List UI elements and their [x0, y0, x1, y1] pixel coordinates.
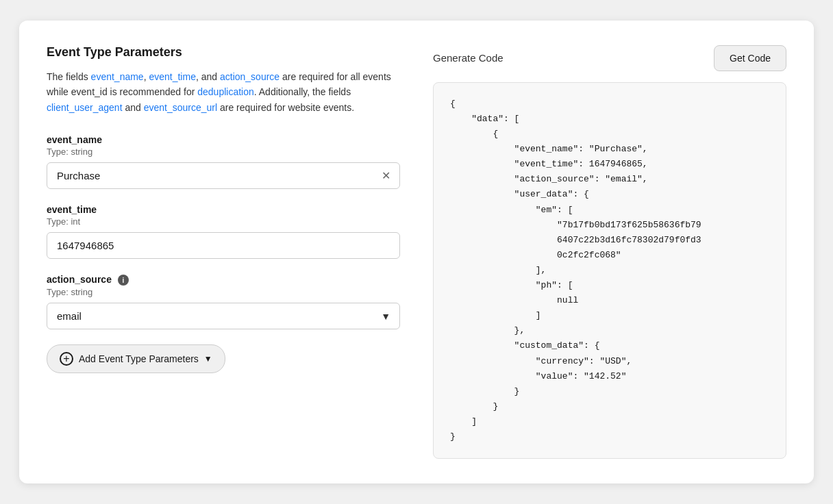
action-source-field: action_source i Type: string email websi…: [47, 274, 400, 329]
event-name-input[interactable]: [47, 162, 400, 189]
event-name-field: event_name Type: string ✕: [47, 134, 400, 189]
action-source-select-wrapper: email website app offline ▼: [47, 303, 400, 329]
dropdown-arrow-icon: ▼: [204, 354, 212, 364]
event-name-clear-button[interactable]: ✕: [380, 168, 392, 184]
deduplication-link[interactable]: deduplication: [197, 86, 254, 97]
get-code-button[interactable]: Get Code: [714, 45, 786, 71]
right-panel: Generate Code Get Code { "data": [ { "ev…: [433, 45, 786, 459]
action-source-label: action_source i: [47, 274, 400, 286]
action-source-info-icon[interactable]: i: [118, 275, 129, 286]
event-time-type: Type: int: [47, 216, 400, 227]
plus-circle-icon: +: [60, 352, 73, 366]
generate-code-label: Generate Code: [433, 52, 503, 64]
code-content: { "data": [ { "event_name": "Purchase", …: [450, 97, 769, 444]
event-time-field: event_time Type: int: [47, 204, 400, 259]
main-card: Event Type Parameters The fields event_n…: [19, 21, 814, 483]
add-params-button[interactable]: + Add Event Type Parameters ▼: [47, 344, 225, 373]
action-source-link[interactable]: action_source: [220, 71, 279, 82]
add-params-label: Add Event Type Parameters: [79, 353, 199, 364]
right-header: Generate Code Get Code: [433, 45, 786, 71]
section-title: Event Type Parameters: [47, 45, 400, 60]
event-time-input[interactable]: [47, 232, 400, 259]
event-name-label: event_name: [47, 134, 400, 145]
client-user-agent-link[interactable]: client_user_agent: [47, 102, 123, 113]
event-source-url-link[interactable]: event_source_url: [144, 102, 217, 113]
left-panel: Event Type Parameters The fields event_n…: [47, 45, 400, 459]
event-time-input-wrapper: [47, 232, 400, 259]
event-time-link[interactable]: event_time: [149, 71, 195, 82]
action-source-type: Type: string: [47, 287, 400, 297]
event-name-link[interactable]: event_name: [91, 71, 144, 82]
description: The fields event_name, event_time, and a…: [47, 69, 400, 115]
action-source-select[interactable]: email website app offline: [47, 303, 400, 329]
event-time-label: event_time: [47, 204, 400, 215]
close-icon: ✕: [382, 169, 390, 182]
event-name-input-wrapper: ✕: [47, 162, 400, 189]
code-block: { "data": [ { "event_name": "Purchase", …: [433, 82, 786, 459]
event-name-type: Type: string: [47, 147, 400, 157]
